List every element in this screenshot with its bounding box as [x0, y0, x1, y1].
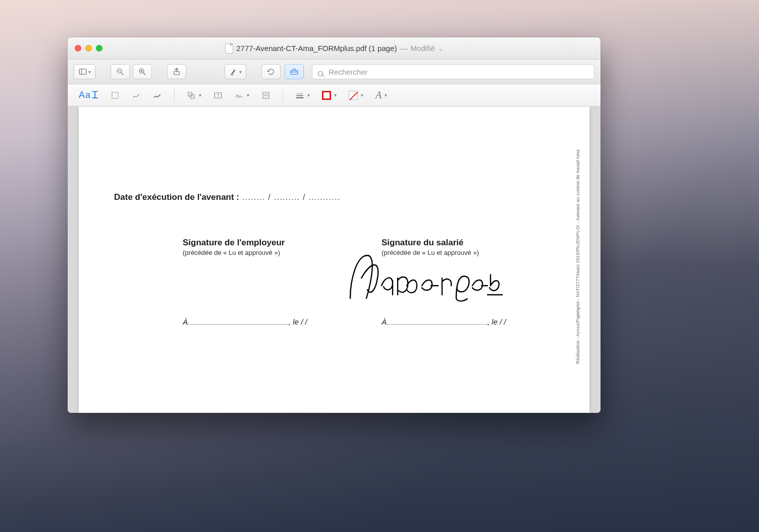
sidebar-toggle-button[interactable]: ▾ [74, 64, 95, 79]
chevron-down-icon: ▾ [361, 92, 363, 98]
svg-rect-17 [263, 92, 269, 98]
text-tool-button[interactable]: AaᏆ [79, 89, 98, 101]
note-button[interactable] [261, 91, 270, 100]
place-slashes: / / [299, 317, 307, 326]
font-icon: A [375, 89, 382, 101]
employer-place-line: À, le / / [183, 317, 307, 326]
svg-rect-13 [188, 92, 192, 96]
employer-signature-block: Signature de l'employeur (précédée de « … [183, 238, 285, 256]
highlighter-icon [229, 67, 238, 76]
border-color-swatch [322, 91, 331, 100]
svg-rect-0 [79, 69, 86, 75]
share-button[interactable] [167, 64, 186, 79]
place-le: , le [487, 317, 498, 326]
textbox-icon: T [213, 91, 223, 100]
pdf-page[interactable]: Date d'exécution de l'avenant : ........… [79, 107, 589, 413]
zoom-in-icon [138, 67, 147, 76]
place-prefix: À [183, 317, 188, 326]
place-slashes: / / [498, 317, 506, 326]
zoom-in-button[interactable] [133, 64, 152, 79]
window-title[interactable]: 2777-Avenant-CT-Ama_FORMplus.pdf (1 page… [68, 43, 601, 54]
textbox-button[interactable]: T [213, 91, 223, 100]
selection-icon [111, 91, 120, 100]
chevron-down-icon: ▾ [334, 92, 337, 98]
share-icon [172, 67, 181, 76]
document-viewport[interactable]: Date d'exécution de l'avenant : ........… [68, 107, 601, 413]
svg-rect-14 [191, 94, 195, 98]
place-le: , le [289, 317, 299, 326]
svg-line-6 [143, 73, 145, 75]
line-weight-icon [295, 91, 304, 100]
zoom-out-button[interactable] [111, 64, 130, 79]
date-label: Date d'exécution de l'avenant : [114, 192, 239, 202]
fill-color-button[interactable]: ▾ [349, 91, 363, 100]
sidebar-icon [78, 67, 87, 76]
draw-icon [153, 91, 162, 100]
separator [174, 89, 175, 102]
employee-place-line: À, le / / [382, 317, 506, 326]
minimize-button[interactable] [85, 45, 92, 51]
chevron-down-icon: ▾ [199, 92, 201, 98]
rotate-icon [266, 67, 276, 76]
svg-text:T: T [217, 93, 220, 98]
markup-toolbar-button[interactable] [285, 64, 304, 79]
page-content: Date d'exécution de l'avenant : ........… [79, 107, 589, 413]
font-style-button[interactable]: A ▾ [375, 89, 387, 101]
search-input[interactable] [312, 64, 594, 79]
shapes-icon [187, 91, 196, 100]
employer-signature-sub: (précédée de « Lu et approuvé ») [183, 249, 285, 256]
preview-window: 2777-Avenant-CT-Ama_FORMplus.pdf (1 page… [68, 37, 601, 413]
note-icon [261, 91, 270, 100]
employee-signature-title: Signature du salarié [382, 238, 479, 248]
svg-rect-12 [112, 92, 118, 98]
sketch-tool-button[interactable] [132, 91, 141, 100]
side-credit-text: Réalisation : Acoss/Pajemploi - NAT/2777… [575, 142, 580, 364]
selection-tool-button[interactable] [111, 91, 120, 100]
document-icon [225, 43, 233, 54]
chevron-down-icon: ⌄ [438, 45, 443, 52]
fill-color-swatch [349, 91, 358, 100]
zoom-out-icon [116, 67, 125, 76]
title-separator: — [400, 44, 407, 52]
titlebar: 2777-Avenant-CT-Ama_FORMplus.pdf (1 page… [68, 37, 601, 60]
sign-button[interactable]: ▾ [235, 91, 249, 100]
date-execution-line: Date d'exécution de l'avenant : ........… [114, 192, 340, 202]
traffic-lights [75, 45, 102, 51]
title-filename: 2777-Avenant-CT-Ama_FORMplus.pdf (1 page… [236, 44, 397, 52]
markup-toolbar: AaᏆ ▾ T ▾ ▾ ▾ [68, 84, 601, 107]
title-modified: Modifié [410, 44, 435, 52]
text-tool-icon: Aa [79, 90, 91, 100]
separator [283, 89, 283, 102]
employer-signature-title: Signature de l'employeur [183, 238, 285, 248]
line-weight-button[interactable]: ▾ [295, 91, 310, 100]
signature-icon [235, 91, 244, 100]
fullscreen-button[interactable] [96, 45, 102, 51]
toolbox-icon [290, 67, 299, 76]
close-button[interactable] [75, 45, 81, 51]
sketch-icon [132, 91, 141, 100]
svg-rect-10 [291, 71, 298, 75]
chevron-down-icon: ▾ [385, 92, 387, 98]
chevron-down-icon: ▾ [247, 92, 249, 98]
shapes-button[interactable]: ▾ [187, 91, 201, 100]
draw-tool-button[interactable] [153, 91, 162, 100]
svg-line-3 [121, 73, 123, 75]
date-dots: ........ / ......... / ........... [239, 192, 340, 202]
chevron-down-icon: ▾ [239, 69, 242, 75]
border-color-button[interactable]: ▾ [322, 91, 337, 100]
place-prefix: À [382, 317, 387, 326]
chevron-down-icon: ▾ [88, 69, 91, 75]
highlight-button[interactable]: ▾ [225, 64, 246, 79]
rotate-button[interactable] [261, 64, 281, 79]
chevron-down-icon: ▾ [307, 92, 310, 98]
handwritten-signature[interactable] [346, 250, 503, 306]
main-toolbar: ▾ ▾ [68, 60, 601, 84]
